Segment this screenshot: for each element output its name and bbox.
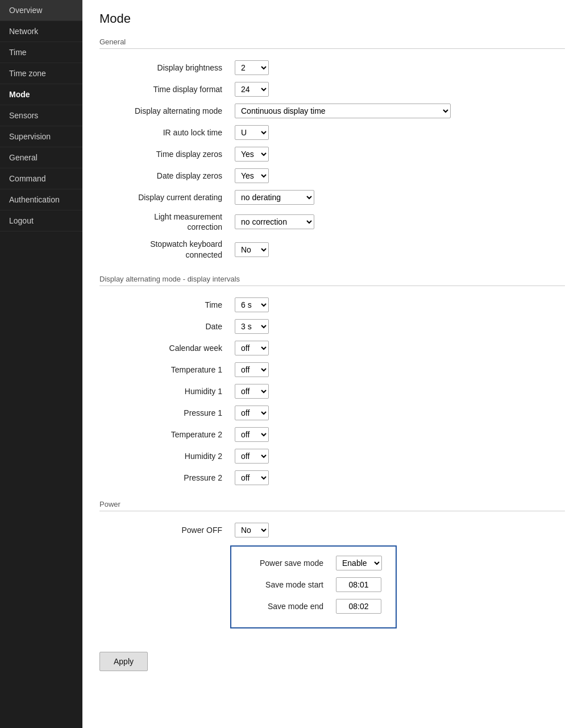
humidity1-select[interactable]: off 3 s 6 s	[235, 384, 269, 399]
ir-auto-lock-select[interactable]: U 1 2	[235, 125, 269, 140]
time-display-format-label: Time display format	[99, 78, 230, 100]
power-save-box: Power save mode Enable Disable Save mode…	[230, 545, 397, 628]
pressure1-label: Pressure 1	[99, 402, 230, 424]
power-save-mode-select[interactable]: Enable Disable	[336, 556, 382, 570]
sidebar-item-command[interactable]: Command	[0, 168, 82, 189]
humidity1-label: Humidity 1	[99, 380, 230, 402]
date-interval-label: Date	[99, 316, 230, 337]
save-mode-end-label: Save mode end	[240, 595, 331, 617]
pressure2-select[interactable]: off 3 s 6 s	[235, 470, 269, 485]
power-form: Power OFF No Yes	[99, 519, 565, 541]
ir-auto-lock-label: IR auto lock time	[99, 122, 230, 143]
display-brightness-select[interactable]: 2 1 3 4	[235, 60, 269, 75]
sidebar-item-supervision[interactable]: Supervision	[0, 126, 82, 147]
date-display-zeros-label: Date display zeros	[99, 165, 230, 187]
sidebar-item-network[interactable]: Network	[0, 21, 82, 42]
time-display-zeros-select[interactable]: Yes No	[235, 147, 269, 162]
pressure1-select[interactable]: off 3 s 6 s	[235, 406, 269, 420]
sidebar-item-time[interactable]: Time	[0, 42, 82, 63]
humidity2-select[interactable]: off 3 s 6 s	[235, 449, 269, 464]
apply-button[interactable]: Apply	[99, 652, 148, 671]
temperature1-label: Temperature 1	[99, 359, 230, 380]
main-content: Mode General Display brightness 2 1 3 4 …	[82, 0, 582, 728]
calendar-week-label: Calendar week	[99, 337, 230, 359]
power-save-form: Power save mode Enable Disable Save mode…	[240, 552, 386, 617]
display-current-derating-label: Display current derating	[99, 187, 230, 208]
sidebar-item-logout[interactable]: Logout	[0, 210, 82, 231]
date-display-zeros-select[interactable]: Yes No	[235, 168, 269, 183]
light-measurement-label: Light measurementcorrection	[99, 208, 230, 235]
time-display-zeros-label: Time display zeros	[99, 143, 230, 165]
time-display-format-select[interactable]: 24 12	[235, 82, 269, 97]
page-title: Mode	[99, 11, 565, 26]
sidebar-item-overview[interactable]: Overview	[0, 0, 82, 21]
sidebar-item-timezone[interactable]: Time zone	[0, 63, 82, 84]
sidebar-item-general[interactable]: General	[0, 147, 82, 168]
power-off-label: Power OFF	[99, 519, 230, 541]
save-mode-start-input[interactable]	[336, 577, 381, 592]
temperature2-select[interactable]: off 3 s 6 s	[235, 427, 269, 442]
stopwatch-keyboard-select[interactable]: No Yes	[235, 242, 269, 257]
save-mode-start-label: Save mode start	[240, 574, 331, 595]
stopwatch-keyboard-label: Stopwatch keyboardconnected	[99, 235, 230, 263]
intervals-form: Time 6 s 3 s off Date 3 s 6 s off Calend…	[99, 294, 565, 489]
general-section-label: General	[99, 38, 565, 46]
display-alternating-mode-label: Display alternating mode	[99, 100, 230, 122]
temperature2-label: Temperature 2	[99, 424, 230, 445]
time-interval-select[interactable]: 6 s 3 s off	[235, 297, 269, 312]
power-off-select[interactable]: No Yes	[235, 523, 269, 537]
display-alternating-mode-select[interactable]: Continuous display time Alternating disp…	[235, 104, 451, 118]
time-interval-label: Time	[99, 294, 230, 316]
calendar-week-select[interactable]: off 3 s 6 s	[235, 341, 269, 355]
light-measurement-select[interactable]: no correction correction	[235, 214, 314, 229]
sidebar-item-authentication[interactable]: Authentication	[0, 189, 82, 210]
date-interval-select[interactable]: 3 s 6 s off	[235, 319, 269, 334]
power-section-label: Power	[99, 500, 565, 508]
intervals-section-label: Display alternating mode - display inter…	[99, 275, 565, 283]
sidebar-item-mode[interactable]: Mode	[0, 84, 82, 105]
humidity2-label: Humidity 2	[99, 445, 230, 467]
sidebar-item-sensors[interactable]: Sensors	[0, 105, 82, 126]
display-current-derating-select[interactable]: no derating derating	[235, 190, 314, 205]
general-form: Display brightness 2 1 3 4 Time display …	[99, 57, 565, 263]
pressure2-label: Pressure 2	[99, 467, 230, 489]
display-brightness-label: Display brightness	[99, 57, 230, 78]
power-save-mode-label: Power save mode	[240, 552, 331, 574]
save-mode-end-input[interactable]	[336, 599, 381, 614]
temperature1-select[interactable]: off 3 s 6 s	[235, 362, 269, 377]
sidebar: Overview Network Time Time zone Mode Sen…	[0, 0, 82, 728]
